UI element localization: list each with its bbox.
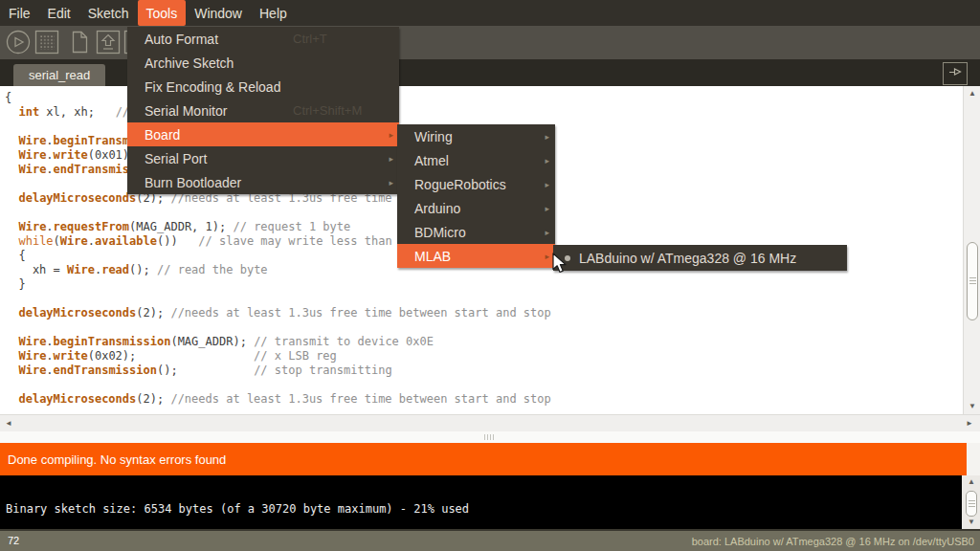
- code-line: }: [5, 277, 551, 292]
- submenu-arrow-icon: ▸: [545, 252, 549, 261]
- menubar-item-edit[interactable]: Edit: [39, 0, 79, 26]
- menu-item-label: Atmel: [414, 153, 449, 168]
- submenu-arrow-icon: ▸: [545, 204, 549, 213]
- tools-menu-item-board[interactable]: Board▸: [127, 122, 399, 146]
- submenu-arrow-icon: ▸: [389, 130, 393, 140]
- menu-item-label: Auto Format: [145, 32, 218, 47]
- code-line: delayMicroseconds(2); //needs at least 1…: [5, 392, 551, 407]
- status-message: Done compiling. No syntax errors found: [8, 452, 226, 467]
- open-icon: [95, 29, 122, 55]
- board-submenu-item-wiring[interactable]: Wiring▸: [397, 124, 555, 148]
- tools-menu-item-archive-sketch[interactable]: Archive Sketch: [127, 51, 399, 75]
- mouse-cursor: [552, 253, 569, 279]
- menubar-item-sketch[interactable]: Sketch: [79, 0, 138, 26]
- console-scrollbar-thumb[interactable]: [966, 491, 977, 517]
- verify-button[interactable]: [5, 29, 32, 55]
- vertical-scrollbar-thumb[interactable]: [967, 242, 978, 320]
- board-submenu: Wiring▸Atmel▸RogueRobotics▸Arduino▸BDMic…: [397, 124, 555, 268]
- submenu-arrow-icon: ▸: [545, 228, 549, 237]
- menu-item-label: Fix Encoding & Reload: [145, 79, 280, 95]
- splitter-grip-icon: [484, 434, 495, 440]
- mlab-submenu: LABduino w/ ATmega328 @ 16 MHz: [553, 245, 847, 271]
- menu-item-label: LABduino w/ ATmega328 @ 16 MHz: [579, 251, 796, 266]
- menu-item-label: Archive Sketch: [145, 55, 234, 71]
- scroll-right-icon[interactable]: ►: [966, 420, 973, 428]
- stop-button[interactable]: [33, 29, 60, 55]
- scroll-down-icon[interactable]: ▼: [969, 403, 976, 410]
- tools-menu: Auto FormatCtrl+TArchive SketchFix Encod…: [127, 27, 399, 194]
- menu-item-label: Arduino: [414, 201, 460, 216]
- board-submenu-item-bdmicro[interactable]: BDMicro▸: [397, 220, 555, 244]
- tools-menu-item-burn-bootloader[interactable]: Burn Bootloader▸: [127, 170, 399, 194]
- menu-shortcut: Ctrl+Shift+M: [293, 103, 362, 118]
- footer-status-bar: 72 board: LABduino w/ ATmega328 @ 16 MHz…: [0, 529, 980, 551]
- status-corner: [967, 443, 980, 475]
- menubar-item-file[interactable]: File: [0, 0, 39, 26]
- submenu-arrow-icon: ▸: [545, 132, 549, 142]
- editor-vertical-scrollbar[interactable]: ▲ ▼: [963, 86, 980, 414]
- verify-icon: [5, 29, 32, 55]
- menu-item-label: BDMicro: [414, 225, 466, 240]
- new-sketch-button[interactable]: [66, 29, 93, 55]
- thumb-grip: [969, 500, 975, 508]
- submenu-arrow-icon: ▸: [389, 178, 393, 187]
- stop-icon: [33, 29, 60, 55]
- board-submenu-item-arduino[interactable]: Arduino▸: [397, 196, 555, 220]
- console-scroll-up-icon[interactable]: ▲: [968, 478, 975, 486]
- tools-menu-item-fix-encoding-reload[interactable]: Fix Encoding & Reload: [127, 75, 399, 99]
- console-scrollbar[interactable]: ▲ ▼: [962, 475, 980, 529]
- editor-horizontal-scrollbar[interactable]: ◄ ►: [0, 414, 980, 431]
- tab-list-icon: [947, 64, 964, 83]
- menubar-item-tools[interactable]: Tools: [138, 0, 187, 26]
- tools-menu-item-serial-port[interactable]: Serial Port▸: [127, 146, 399, 170]
- menubar-item-window[interactable]: Window: [186, 0, 251, 26]
- tab-list-button[interactable]: [943, 62, 968, 85]
- status-bar: Done compiling. No syntax errors found: [0, 443, 967, 475]
- submenu-arrow-icon: ▸: [545, 156, 549, 165]
- mlab-submenu-item-labduino-w-atmega328-16-mhz[interactable]: LABduino w/ ATmega328 @ 16 MHz: [553, 245, 847, 271]
- menubar-item-help[interactable]: Help: [251, 0, 296, 26]
- menu-item-label: Wiring: [414, 129, 453, 144]
- submenu-arrow-icon: ▸: [545, 180, 549, 189]
- code-line: Wire.endTransmission(); // stop transmit…: [5, 364, 551, 378]
- menu-item-label: Serial Port: [145, 151, 207, 166]
- code-line: [5, 320, 551, 335]
- splitter-handle[interactable]: [0, 431, 980, 443]
- code-line: Wire.write(0x02); // x LSB reg: [5, 349, 551, 364]
- scroll-up-icon[interactable]: ▲: [969, 90, 976, 98]
- console: Binary sketch size: 6534 bytes (of a 307…: [0, 475, 962, 529]
- code-line: [5, 378, 551, 392]
- code-line: Wire.beginTransmission(MAG_ADDR); // tra…: [5, 335, 551, 349]
- tab-serial-read[interactable]: serial_read: [13, 64, 105, 86]
- board-submenu-item-atmel[interactable]: Atmel▸: [397, 148, 555, 172]
- board-info: board: LABduino w/ ATmega328 @ 16 MHz on…: [692, 536, 974, 547]
- code-line: delayMicroseconds(2); //needs at least 1…: [5, 306, 551, 320]
- arduino-ide-window: FileEditSketchToolsWindowHelp: [0, 0, 980, 551]
- board-submenu-item-roguerobotics[interactable]: RogueRobotics▸: [397, 172, 555, 196]
- menubar: FileEditSketchToolsWindowHelp: [0, 0, 980, 26]
- line-number: 72: [8, 535, 19, 546]
- thumb-grip: [969, 277, 976, 285]
- scroll-left-icon[interactable]: ◄: [5, 420, 12, 428]
- code-line: [5, 292, 551, 306]
- menu-item-label: Serial Monitor: [145, 103, 227, 119]
- console-scroll-down-icon[interactable]: ▼: [968, 518, 975, 526]
- tools-menu-item-auto-format[interactable]: Auto FormatCtrl+T: [127, 27, 399, 51]
- menu-item-label: Burn Bootloader: [145, 175, 241, 190]
- new-sketch-icon: [66, 29, 93, 55]
- console-output: Binary sketch size: 6534 bytes (of a 307…: [6, 502, 469, 516]
- menu-item-label: Board: [145, 127, 180, 143]
- menu-shortcut: Ctrl+T: [293, 32, 327, 46]
- menu-item-label: RogueRobotics: [414, 177, 506, 192]
- menu-item-label: MLAB: [414, 249, 451, 264]
- tools-menu-item-serial-monitor[interactable]: Serial MonitorCtrl+Shift+M: [127, 99, 399, 122]
- open-button[interactable]: [95, 29, 122, 55]
- board-submenu-item-mlab[interactable]: MLAB▸: [397, 244, 555, 268]
- tab-label: serial_read: [29, 68, 90, 82]
- submenu-arrow-icon: ▸: [389, 154, 393, 164]
